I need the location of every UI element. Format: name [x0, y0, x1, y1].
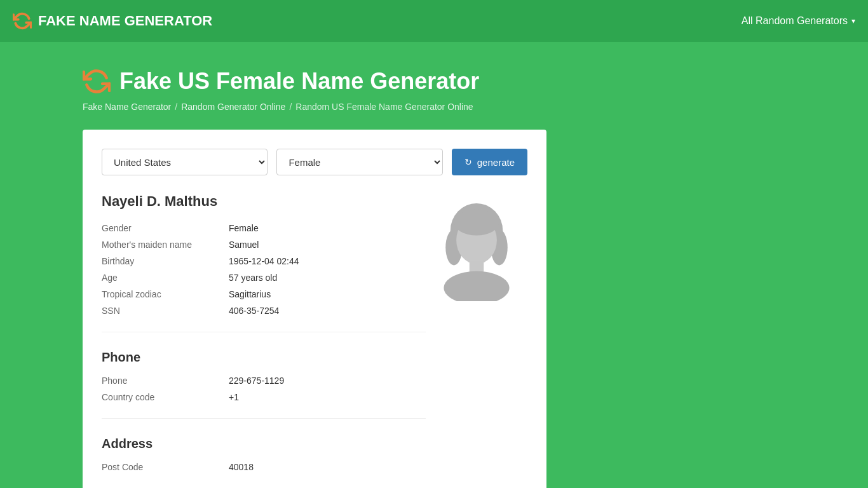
ssn-row: SSN 406-35-7254	[102, 302, 426, 319]
post-code-value: 40018	[229, 462, 254, 472]
breadcrumb-sep-2: /	[289, 102, 292, 112]
maiden-name-value: Samuel	[229, 240, 259, 250]
zodiac-row: Tropical zodiac Sagittarius	[102, 286, 426, 302]
phone-info-table: Phone 229-675-1129 Country code +1	[102, 372, 426, 405]
page-title-row: Fake US Female Name Generator	[83, 67, 785, 95]
maiden-name-row: Mother's maiden name Samuel	[102, 236, 426, 253]
phone-row: Phone 229-675-1129	[102, 372, 426, 389]
svg-rect-4	[470, 261, 484, 273]
ssn-label: SSN	[102, 306, 229, 316]
controls-row: United States United Kingdom Canada Aust…	[102, 149, 527, 175]
maiden-name-label: Mother's maiden name	[102, 240, 229, 250]
svg-point-5	[444, 271, 509, 301]
breadcrumb-link-1[interactable]: Fake Name Generator	[83, 102, 171, 112]
age-value: 57 years old	[229, 273, 277, 283]
generate-icon: ↻	[465, 157, 472, 167]
person-name: Nayeli D. Malthus	[102, 193, 426, 210]
brand-icon	[13, 11, 32, 30]
all-generators-label: All Random Generators	[742, 15, 848, 27]
main-content: Fake US Female Name Generator Fake Name …	[0, 42, 868, 488]
generate-label: generate	[477, 157, 515, 168]
brand-link[interactable]: FAKE NAME GENERATOR	[13, 11, 212, 30]
phone-heading: Phone	[102, 350, 426, 365]
phone-divider	[102, 332, 426, 332]
generate-button[interactable]: ↻ generate	[452, 149, 527, 175]
age-row: Age 57 years old	[102, 269, 426, 286]
zodiac-label: Tropical zodiac	[102, 289, 229, 299]
phone-label: Phone	[102, 376, 229, 386]
gender-select[interactable]: Female Male	[276, 149, 442, 175]
gender-value: Female	[229, 223, 259, 233]
address-info-table: Post Code 40018	[102, 459, 426, 475]
country-code-row: Country code +1	[102, 389, 426, 405]
address-heading: Address	[102, 437, 426, 451]
profile-section: Nayeli D. Malthus Gender Female Mother's…	[102, 193, 527, 475]
birthday-value: 1965-12-04 02:44	[229, 256, 299, 266]
avatar	[429, 200, 524, 301]
breadcrumb-current: Random US Female Name Generator Online	[295, 102, 473, 112]
brand-label: FAKE NAME GENERATOR	[38, 13, 212, 29]
main-card: United States United Kingdom Canada Aust…	[83, 130, 546, 488]
avatar-container	[426, 193, 527, 301]
ssn-value: 406-35-7254	[229, 306, 279, 316]
svg-point-6	[454, 209, 499, 235]
country-code-value: +1	[229, 392, 239, 402]
age-label: Age	[102, 273, 229, 283]
phone-value: 229-675-1129	[229, 376, 284, 386]
birthday-row: Birthday 1965-12-04 02:44	[102, 253, 426, 269]
page-title-icon	[83, 67, 111, 95]
profile-info: Nayeli D. Malthus Gender Female Mother's…	[102, 193, 426, 475]
all-generators-menu[interactable]: All Random Generators ▾	[742, 15, 855, 27]
zodiac-value: Sagittarius	[229, 289, 271, 299]
gender-label: Gender	[102, 223, 229, 233]
birthday-label: Birthday	[102, 256, 229, 266]
chevron-down-icon: ▾	[851, 17, 855, 25]
breadcrumb-link-2[interactable]: Random Generator Online	[181, 102, 285, 112]
breadcrumb-sep-1: /	[175, 102, 177, 112]
post-code-row: Post Code 40018	[102, 459, 426, 475]
navbar: FAKE NAME GENERATOR All Random Generator…	[0, 0, 868, 42]
personal-info-table: Gender Female Mother's maiden name Samue…	[102, 220, 426, 319]
gender-row: Gender Female	[102, 220, 426, 236]
page-title: Fake US Female Name Generator	[119, 68, 479, 95]
country-code-label: Country code	[102, 392, 229, 402]
country-select[interactable]: United States United Kingdom Canada Aust…	[102, 149, 268, 175]
breadcrumb: Fake Name Generator / Random Generator O…	[83, 102, 785, 112]
post-code-label: Post Code	[102, 462, 229, 472]
address-divider	[102, 418, 426, 419]
